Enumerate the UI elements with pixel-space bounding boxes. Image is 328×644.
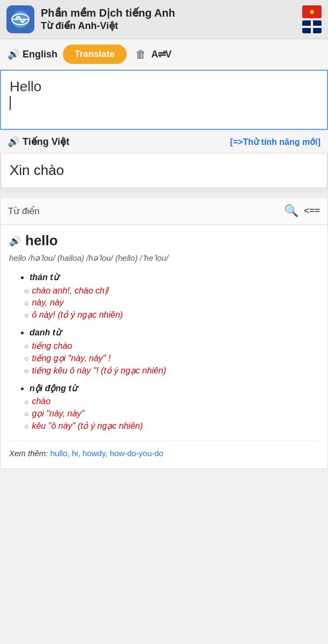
dict-meanings-2: ○ chào ○ gọi "này, này" ○ kêu "ô này" (t… [9,397,319,431]
bullet-icon: ○ [24,409,28,418]
dict-meaning-item: ○ này, này [9,298,319,308]
target-language-label: 🔊 Tiếng Việt [8,136,69,148]
dict-pos-0: thán từ [30,272,319,282]
dictionary-section: Từ điển 🔍 <== 🔊 hello hello /həˈlou/ (ha… [0,197,328,469]
bullet-icon: ○ [24,367,28,375]
translation-output: Xin chào [0,153,328,188]
dict-meaning-text: ô này! (tỏ ý ngạc nhiên) [32,310,122,320]
bullet-icon: ○ [24,299,28,308]
dict-phonetic: hello /həˈlou/ (halloa) /həˈlou/ (hello)… [9,252,319,265]
dict-meaning-item: ○ chào [9,397,319,406]
app-title: Phần mềm Dịch tiếng Anh Từ điển Anh-Việt [41,6,302,32]
flag-uk[interactable] [302,20,322,33]
dict-word: hello [25,232,58,249]
dict-meaning-item: ○ gọi "này, này" [9,408,319,419]
bullet-icon: ○ [24,287,28,295]
see-also-link-0[interactable]: hullo [50,449,68,458]
app-logo [6,5,34,33]
dict-meaning-text: kêu "ô này" (tỏ ý ngạc nhiên) [32,421,143,431]
bullet-icon: ○ [24,311,28,319]
bullet-icon: ○ [24,354,28,363]
bullet-icon: ○ [24,342,28,350]
dict-meaning-item: ○ chào anh!, chào chị! [9,286,319,296]
text-cursor [10,96,11,110]
speaker-icon: 🔊 [8,48,19,60]
flag-vietnam[interactable] [302,5,322,18]
swap-language-button[interactable]: A⇌V [151,48,171,60]
dict-pos-block-2: nội động từ ○ chào ○ gọi "này, này" ○ kê… [9,383,319,431]
dictionary-controls: 🔍 <== [284,204,320,218]
app-title-line1: Phần mềm Dịch tiếng Anh [41,6,302,20]
dict-meanings-0: ○ chào anh!, chào chị! ○ này, này ○ ô nà… [9,286,319,320]
dictionary-header: Từ điển 🔍 <== [1,197,327,225]
trash-icon: 🗑 [135,48,146,61]
bullet-icon: ○ [24,422,28,430]
dictionary-search-icon[interactable]: 🔍 [284,204,298,218]
dict-pos-2: nội động từ [30,383,319,393]
see-also-section: Xem thêm: hullo, hi, howdy, how-do-you-d… [9,441,319,458]
dict-meaning-text: gọi "này, này" [32,408,84,419]
source-text-value: Hello [10,78,41,94]
dictionary-back-button[interactable]: <== [304,206,320,216]
target-speaker-icon[interactable]: 🔊 [8,136,19,148]
app-title-line2: Từ điển Anh-Việt [41,20,302,32]
input-area: Hello [0,70,328,130]
target-language-bar: 🔊 Tiếng Việt [=>Thử tính năng mới] [0,130,328,153]
translate-button[interactable]: Translate [63,45,127,64]
dict-meaning-item: ○ tiếng kêu ô này "! (tỏ ý ngạc nhiên) [9,365,319,376]
dict-meaning-text: tiếng chào [32,341,72,351]
dict-meaning-text: chào anh!, chào chị! [32,286,109,296]
divider [0,188,328,193]
bullet-icon: ○ [24,398,28,406]
source-language-button[interactable]: 🔊 English [8,48,57,60]
see-also-link-2[interactable]: howdy [83,449,105,458]
dictionary-label: Từ điển [8,206,40,217]
dict-meaning-item: ○ tiếng gọi "này, này" ! [9,353,319,363]
dict-meaning-item: ○ kêu "ô này" (tỏ ý ngạc nhiên) [9,421,319,431]
dict-meaning-text: này, này [32,298,63,308]
dict-meanings-1: ○ tiếng chào ○ tiếng gọi "này, này" ! ○ … [9,341,319,376]
flag-container [302,5,322,33]
dict-meaning-item: ○ ô này! (tỏ ý ngạc nhiên) [9,310,319,320]
try-feature-link[interactable]: [=>Thử tính năng mới] [230,137,320,147]
dict-pos-block-1: danh từ ○ tiếng chào ○ tiếng gọi "này, n… [9,327,319,376]
see-also-link-3[interactable]: how-do-you-do [110,449,163,458]
source-text-input[interactable]: Hello [10,78,318,121]
clear-button[interactable]: 🗑 [135,48,146,61]
source-lang-label: English [23,49,57,60]
dict-meaning-text: chào [32,397,50,406]
dict-meaning-text: tiếng gọi "này, này" ! [32,353,111,363]
dict-meaning-item: ○ tiếng chào [9,341,319,351]
see-also-label: Xem thêm: [9,449,48,458]
dict-meaning-text: tiếng kêu ô này "! (tỏ ý ngạc nhiên) [32,365,166,376]
translated-text: Xin chào [10,162,64,178]
dict-pos-1: danh từ [30,327,319,338]
target-lang-name: Tiếng Việt [23,136,69,148]
dict-pos-block-0: thán từ ○ chào anh!, chào chị! ○ này, nà… [9,272,319,320]
dictionary-content: 🔊 hello hello /həˈlou/ (halloa) /həˈlou/… [1,225,327,469]
dict-speaker-icon[interactable]: 🔊 [9,235,21,247]
see-also-link-1[interactable]: hi [72,449,78,458]
toolbar: 🔊 English Translate 🗑 A⇌V [0,39,328,70]
dict-word-header: 🔊 hello [9,232,319,249]
app-header: Phần mềm Dịch tiếng Anh Từ điển Anh-Việt [0,0,328,39]
